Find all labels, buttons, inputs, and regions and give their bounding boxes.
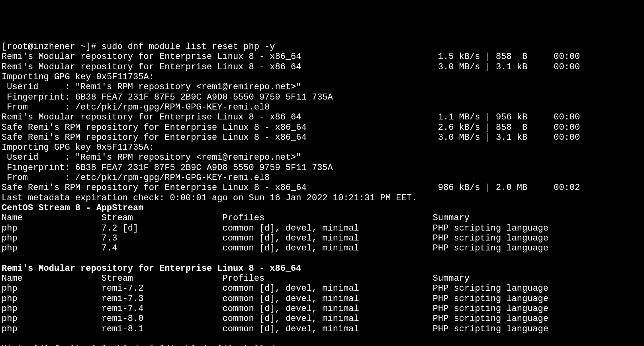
section-title: Remi's Modular repository for Enterprise… xyxy=(2,264,642,274)
table-row: php 7.2 [d] common [d], devel, minimal P… xyxy=(2,223,642,233)
gpg-from: From : /etc/pki/rpm-gpg/RPM-GPG-KEY-remi… xyxy=(2,102,642,112)
repo-fetch-line: Safe Remi's RPM repository for Enterpris… xyxy=(2,133,642,143)
gpg-header: Importing GPG key 0x5F11735A: xyxy=(2,72,642,82)
repo-fetch-line: Remi's Modular repository for Enterprise… xyxy=(2,62,642,72)
gpg-from: From : /etc/pki/rpm-gpg/RPM-GPG-KEY-remi… xyxy=(2,173,642,183)
terminal-output[interactable]: [root@inzhener ~]# sudo dnf module list … xyxy=(2,42,642,346)
gpg-userid: Userid : "Remi's RPM repository <remi@re… xyxy=(2,152,642,162)
section-title: CentOS Stream 8 - AppStream xyxy=(2,203,642,213)
gpg-userid: Userid : "Remi's RPM repository <remi@re… xyxy=(2,82,642,92)
repo-fetch-line: Safe Remi's RPM repository for Enterpris… xyxy=(2,123,642,133)
gpg-fingerprint: Fingerprint: 6B38 FEA7 231F 87F5 2B9C A9… xyxy=(2,163,642,173)
repo-fetch-line: Safe Remi's RPM repository for Enterpris… xyxy=(2,183,642,193)
table-row: php remi-8.0 common [d], devel, minimal … xyxy=(2,314,642,324)
table-row: php remi-7.3 common [d], devel, minimal … xyxy=(2,294,642,304)
metadata-check: Last metadata expiration check: 0:00:01 … xyxy=(2,193,642,203)
table-row: php remi-8.1 common [d], devel, minimal … xyxy=(2,324,642,334)
prompt-line: [root@inzhener ~]# sudo dnf module list … xyxy=(2,42,642,52)
table-header: Name Stream Profiles Summary xyxy=(2,213,642,223)
table-row: php remi-7.2 common [d], devel, minimal … xyxy=(2,283,642,293)
table-row: php remi-7.4 common [d], devel, minimal … xyxy=(2,304,642,314)
table-header: Name Stream Profiles Summary xyxy=(2,274,642,283)
table-row: php 7.4 common [d], devel, minimal PHP s… xyxy=(2,243,642,253)
repo-fetch-line: Remi's Modular repository for Enterprise… xyxy=(2,52,642,62)
repo-fetch-line: Remi's Modular repository for Enterprise… xyxy=(2,112,642,122)
blank-line xyxy=(2,253,642,263)
gpg-header: Importing GPG key 0x5F11735A: xyxy=(2,143,642,152)
table-row: php 7.3 common [d], devel, minimal PHP s… xyxy=(2,233,642,243)
gpg-fingerprint: Fingerprint: 6B38 FEA7 231F 87F5 2B9C A9… xyxy=(2,92,642,102)
blank-line xyxy=(2,334,642,344)
hint-line: Hint: [d]efault, [e]nabled, [x]disabled,… xyxy=(2,344,642,346)
